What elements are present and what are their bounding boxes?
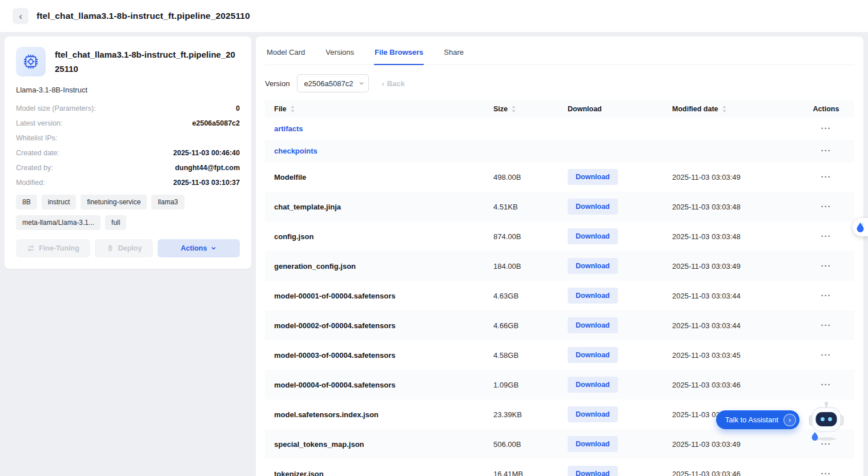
table-row: config.json874.00BDownload2025-11-03 03:… [265, 221, 854, 251]
column-header-modified-date[interactable]: Modified date [663, 100, 798, 118]
model-action-buttons: Fine-Tuning Deploy Actions [16, 239, 240, 257]
tab-versions[interactable]: Versions [325, 47, 355, 64]
column-header-file[interactable]: File [265, 100, 484, 118]
file-name: special_tokens_map.json [274, 440, 364, 449]
modified-date-cell: 2025-11-03 03:03:44 [663, 281, 798, 310]
download-button[interactable]: Download [568, 258, 618, 274]
row-actions-button[interactable]: ··· [821, 264, 831, 268]
tab-file-browsers[interactable]: File Browsers [374, 47, 424, 64]
file-cell: model.safetensors.index.json [265, 400, 484, 429]
folder-link[interactable]: artifacts [274, 124, 303, 133]
talk-to-assistant-button[interactable]: Talk to Assistant › [716, 410, 799, 429]
file-cell: model-00002-of-00004.safetensors [265, 310, 484, 340]
size-cell [484, 140, 558, 162]
row-actions-button[interactable]: ··· [821, 204, 831, 209]
field-value: 0 [236, 104, 240, 112]
model-tag: llama3 [151, 195, 184, 209]
field-value: 2025-11-03 03:10:37 [173, 179, 240, 187]
page-header: ‹ ftel_chat_llama3.1-8b-instruct_ft.pipe… [0, 0, 868, 32]
page-title: ftel_chat_llama3.1-8b-instruct_ft.pipeli… [37, 11, 250, 21]
download-button[interactable]: Download [568, 317, 618, 333]
chevron-left-icon: ‹ [381, 79, 384, 88]
assistant-robot-mascot[interactable] [807, 400, 845, 442]
size-cell: 4.66GB [484, 310, 558, 340]
column-header-download: Download [558, 100, 663, 118]
download-cell [558, 140, 663, 162]
actions-button[interactable]: Actions [158, 239, 240, 257]
file-name: tokenizer.json [274, 470, 324, 476]
file-name: generation_config.json [274, 262, 356, 271]
download-button[interactable]: Download [568, 406, 618, 422]
model-subtitle: Llama-3.1-8B-Instruct [16, 86, 240, 94]
file-cell: artifacts [265, 118, 484, 140]
download-cell: Download [558, 459, 663, 476]
row-actions-button[interactable]: ··· [821, 293, 831, 298]
file-cell: Modelfile [265, 162, 484, 192]
fine-tuning-label: Fine-Tuning [39, 244, 79, 252]
column-header-size[interactable]: Size [484, 100, 558, 118]
sort-icon [511, 105, 516, 113]
row-actions-button[interactable]: ··· [821, 126, 831, 131]
field-value: dunght44@fpt.com [175, 164, 240, 172]
back-link[interactable]: ‹ Back [381, 79, 404, 88]
deploy-label: Deploy [118, 244, 142, 252]
model-tag: finetuning-service [81, 195, 147, 209]
field-label: Modified: [16, 179, 45, 187]
row-actions-button[interactable]: ··· [821, 175, 831, 179]
file-cell: special_tokens_map.json [265, 429, 484, 459]
download-button[interactable]: Download [568, 347, 618, 363]
size-cell: 4.58GB [484, 340, 558, 370]
back-button[interactable]: ‹ [13, 8, 29, 24]
tab-model-card[interactable]: Model Card [266, 47, 306, 64]
row-actions-button[interactable]: ··· [821, 323, 831, 328]
row-actions-button[interactable]: ··· [821, 148, 831, 153]
model-field-row: Whitelist IPs: [16, 131, 240, 146]
size-cell: 16.41MB [484, 459, 558, 476]
column-header-inner: File [274, 105, 295, 113]
model-title: ftel_chat_llama3.1-8b-instruct_ft.pipeli… [55, 47, 240, 76]
tab-share[interactable]: Share [443, 47, 464, 64]
field-label: Created by: [16, 164, 53, 172]
field-label: Latest version: [16, 119, 62, 127]
download-button[interactable]: Download [568, 436, 618, 452]
row-actions-button[interactable]: ··· [821, 382, 831, 387]
version-select[interactable]: e2506a5087c2 [297, 74, 369, 92]
download-button[interactable]: Download [568, 377, 618, 393]
table-row: model-00001-of-00004.safetensors4.63GBDo… [265, 281, 854, 310]
field-label: Created date: [16, 149, 59, 157]
row-actions-button[interactable]: ··· [821, 353, 831, 357]
download-button[interactable]: Download [568, 228, 618, 244]
field-label: Whitelist IPs: [16, 134, 57, 142]
file-cell: generation_config.json [265, 251, 484, 281]
download-cell: Download [558, 221, 663, 251]
deploy-button[interactable]: Deploy [95, 239, 153, 257]
back-link-label: Back [387, 79, 405, 88]
folder-link[interactable]: checkpoints [274, 147, 318, 155]
table-row: chat_template.jinja4.51KBDownload2025-11… [265, 192, 854, 221]
file-name: model.safetensors.index.json [274, 410, 379, 419]
sort-icon [722, 105, 727, 113]
column-header-inner: Modified date [672, 105, 727, 113]
download-button[interactable]: Download [568, 466, 618, 476]
actions-cell: ··· [798, 251, 854, 281]
edge-assistant-widget[interactable] [853, 218, 868, 236]
file-cell: tokenizer.json [265, 459, 484, 476]
file-name: model-00004-of-00004.safetensors [274, 381, 395, 389]
actions-cell: ··· [798, 140, 854, 162]
chevron-down-icon [359, 80, 364, 86]
column-header-inner: Download [568, 105, 602, 113]
download-button[interactable]: Download [568, 199, 618, 215]
download-button[interactable]: Download [568, 169, 618, 185]
table-row: checkpoints··· [265, 140, 854, 162]
column-header-actions: Actions [798, 100, 854, 118]
version-select-value: e2506a5087c2 [304, 79, 353, 88]
talk-to-assistant-label: Talk to Assistant [725, 416, 778, 424]
row-actions-button[interactable]: ··· [821, 471, 831, 476]
size-cell: 4.51KB [484, 192, 558, 221]
row-actions-button[interactable]: ··· [821, 234, 831, 239]
fine-tuning-button[interactable]: Fine-Tuning [16, 239, 90, 257]
model-field-row: Modified:2025-11-03 03:10:37 [16, 175, 240, 190]
row-actions-button[interactable]: ··· [821, 442, 831, 446]
model-summary-card: ftel_chat_llama3.1-8b-instruct_ft.pipeli… [5, 37, 251, 269]
download-button[interactable]: Download [568, 288, 618, 304]
